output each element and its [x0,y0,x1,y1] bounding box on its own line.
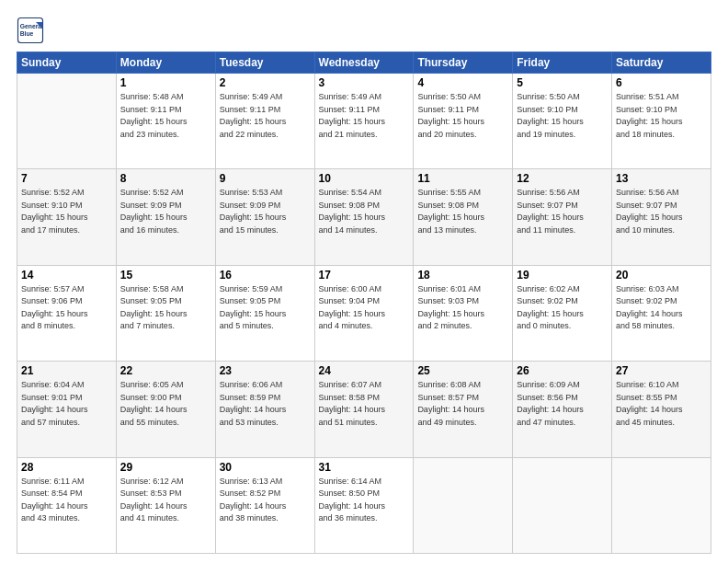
day-number: 3 [319,76,410,89]
day-number: 29 [120,461,211,474]
day-number: 25 [417,364,508,377]
day-info: Sunrise: 5:58 AM Sunset: 9:05 PM Dayligh… [120,283,211,333]
calendar-cell: 28Sunrise: 6:11 AM Sunset: 8:54 PM Dayli… [17,457,117,553]
day-number: 8 [120,172,211,185]
weekday-header: Tuesday [215,52,314,74]
calendar-week-row: 21Sunrise: 6:04 AM Sunset: 9:01 PM Dayli… [17,362,711,457]
day-info: Sunrise: 6:02 AM Sunset: 9:02 PM Dayligh… [517,283,608,333]
calendar-cell: 12Sunrise: 5:56 AM Sunset: 9:07 PM Dayli… [513,169,612,265]
day-number: 18 [417,269,508,282]
calendar-cell: 15Sunrise: 5:58 AM Sunset: 9:05 PM Dayli… [116,265,215,361]
calendar-cell: 2Sunrise: 5:49 AM Sunset: 9:11 PM Daylig… [215,74,314,169]
day-number: 20 [616,269,707,282]
calendar-cell [17,74,117,169]
day-number: 12 [517,172,608,185]
day-info: Sunrise: 5:55 AM Sunset: 9:08 PM Dayligh… [417,187,508,236]
weekday-header: Monday [116,52,215,74]
calendar-cell: 18Sunrise: 6:01 AM Sunset: 9:03 PM Dayli… [414,265,513,361]
calendar-cell: 6Sunrise: 5:51 AM Sunset: 9:10 PM Daylig… [612,74,711,169]
calendar-cell: 20Sunrise: 6:03 AM Sunset: 9:02 PM Dayli… [612,265,711,361]
day-number: 11 [417,172,508,185]
day-number: 10 [319,172,410,185]
calendar-cell: 14Sunrise: 5:57 AM Sunset: 9:06 PM Dayli… [17,265,117,361]
day-number: 30 [220,461,311,474]
day-info: Sunrise: 6:14 AM Sunset: 8:50 PM Dayligh… [319,476,410,525]
day-info: Sunrise: 6:06 AM Sunset: 8:59 PM Dayligh… [220,379,311,429]
day-number: 28 [21,461,112,474]
calendar-cell [513,457,612,553]
day-info: Sunrise: 5:54 AM Sunset: 9:08 PM Dayligh… [319,187,410,236]
weekday-header: Thursday [414,52,513,74]
header: General Blue [17,17,711,44]
weekday-header: Saturday [612,52,711,74]
day-number: 21 [21,364,112,377]
day-info: Sunrise: 6:11 AM Sunset: 8:54 PM Dayligh… [21,476,112,525]
day-number: 4 [417,76,508,89]
calendar-cell: 19Sunrise: 6:02 AM Sunset: 9:02 PM Dayli… [513,265,612,361]
day-info: Sunrise: 6:00 AM Sunset: 9:04 PM Dayligh… [319,283,410,333]
calendar-cell: 10Sunrise: 5:54 AM Sunset: 9:08 PM Dayli… [314,169,414,265]
day-info: Sunrise: 5:52 AM Sunset: 9:09 PM Dayligh… [120,187,211,236]
calendar-cell: 11Sunrise: 5:55 AM Sunset: 9:08 PM Dayli… [414,169,513,265]
calendar-cell: 13Sunrise: 5:56 AM Sunset: 9:07 PM Dayli… [612,169,711,265]
weekday-header: Friday [513,52,612,74]
calendar-week-row: 14Sunrise: 5:57 AM Sunset: 9:06 PM Dayli… [17,265,711,361]
day-info: Sunrise: 6:01 AM Sunset: 9:03 PM Dayligh… [417,283,508,333]
calendar-cell: 27Sunrise: 6:10 AM Sunset: 8:55 PM Dayli… [612,362,711,457]
calendar-cell [612,457,711,553]
day-number: 26 [517,364,608,377]
calendar-week-row: 7Sunrise: 5:52 AM Sunset: 9:10 PM Daylig… [17,169,711,265]
calendar-cell: 7Sunrise: 5:52 AM Sunset: 9:10 PM Daylig… [17,169,117,265]
svg-text:Blue: Blue [20,30,34,37]
calendar-cell: 30Sunrise: 6:13 AM Sunset: 8:52 PM Dayli… [215,457,314,553]
day-info: Sunrise: 6:10 AM Sunset: 8:55 PM Dayligh… [616,379,707,429]
day-info: Sunrise: 5:49 AM Sunset: 9:11 PM Dayligh… [220,91,311,141]
day-info: Sunrise: 5:49 AM Sunset: 9:11 PM Dayligh… [319,91,410,141]
day-info: Sunrise: 5:56 AM Sunset: 9:07 PM Dayligh… [616,187,707,236]
calendar-header-row: SundayMondayTuesdayWednesdayThursdayFrid… [17,52,711,74]
calendar-week-row: 28Sunrise: 6:11 AM Sunset: 8:54 PM Dayli… [17,457,711,553]
day-number: 1 [120,76,211,89]
calendar-cell: 4Sunrise: 5:50 AM Sunset: 9:11 PM Daylig… [414,74,513,169]
day-info: Sunrise: 6:04 AM Sunset: 9:01 PM Dayligh… [21,379,112,429]
day-info: Sunrise: 6:05 AM Sunset: 9:00 PM Dayligh… [120,379,211,429]
calendar-cell: 22Sunrise: 6:05 AM Sunset: 9:00 PM Dayli… [116,362,215,457]
day-number: 5 [517,76,608,89]
day-number: 14 [21,269,112,282]
calendar-cell: 16Sunrise: 5:59 AM Sunset: 9:05 PM Dayli… [215,265,314,361]
day-number: 24 [319,364,410,377]
day-info: Sunrise: 5:52 AM Sunset: 9:10 PM Dayligh… [21,187,112,236]
day-number: 16 [220,269,311,282]
day-info: Sunrise: 5:50 AM Sunset: 9:11 PM Dayligh… [417,91,508,141]
calendar-cell: 17Sunrise: 6:00 AM Sunset: 9:04 PM Dayli… [314,265,414,361]
calendar-cell: 31Sunrise: 6:14 AM Sunset: 8:50 PM Dayli… [314,457,414,553]
day-info: Sunrise: 6:08 AM Sunset: 8:57 PM Dayligh… [417,379,508,429]
weekday-header: Wednesday [314,52,414,74]
logo: General Blue [17,17,48,44]
day-number: 31 [319,461,410,474]
day-number: 15 [120,269,211,282]
calendar-cell: 5Sunrise: 5:50 AM Sunset: 9:10 PM Daylig… [513,74,612,169]
day-info: Sunrise: 5:59 AM Sunset: 9:05 PM Dayligh… [220,283,311,333]
calendar-cell: 21Sunrise: 6:04 AM Sunset: 9:01 PM Dayli… [17,362,117,457]
day-number: 27 [616,364,707,377]
day-number: 22 [120,364,211,377]
day-info: Sunrise: 5:51 AM Sunset: 9:10 PM Dayligh… [616,91,707,141]
day-number: 2 [220,76,311,89]
day-info: Sunrise: 5:50 AM Sunset: 9:10 PM Dayligh… [517,91,608,141]
calendar-cell: 3Sunrise: 5:49 AM Sunset: 9:11 PM Daylig… [314,74,414,169]
weekday-header: Sunday [17,52,117,74]
day-info: Sunrise: 5:48 AM Sunset: 9:11 PM Dayligh… [120,91,211,141]
day-info: Sunrise: 6:13 AM Sunset: 8:52 PM Dayligh… [220,476,311,525]
day-number: 23 [220,364,311,377]
calendar-cell: 23Sunrise: 6:06 AM Sunset: 8:59 PM Dayli… [215,362,314,457]
calendar-cell: 26Sunrise: 6:09 AM Sunset: 8:56 PM Dayli… [513,362,612,457]
day-number: 13 [616,172,707,185]
calendar-cell: 25Sunrise: 6:08 AM Sunset: 8:57 PM Dayli… [414,362,513,457]
page: General Blue SundayMondayTuesdayWednesda… [0,0,728,563]
calendar-cell: 8Sunrise: 5:52 AM Sunset: 9:09 PM Daylig… [116,169,215,265]
day-info: Sunrise: 6:09 AM Sunset: 8:56 PM Dayligh… [517,379,608,429]
day-number: 6 [616,76,707,89]
calendar-cell: 24Sunrise: 6:07 AM Sunset: 8:58 PM Dayli… [314,362,414,457]
day-number: 9 [220,172,311,185]
